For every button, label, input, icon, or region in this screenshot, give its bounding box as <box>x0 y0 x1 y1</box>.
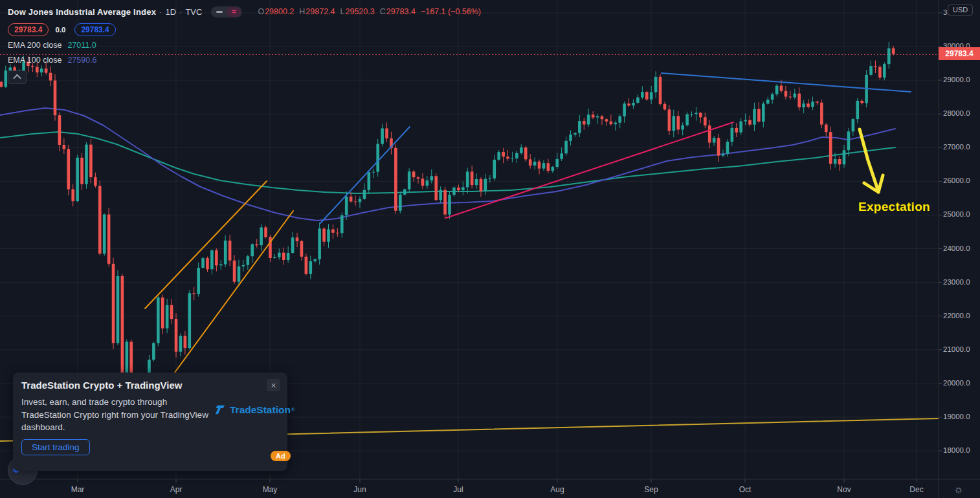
registered-mark: ® <box>291 407 295 412</box>
candle <box>345 197 348 215</box>
candle <box>748 120 752 125</box>
high-label: H <box>299 7 305 16</box>
legend-collapse-button[interactable] <box>8 70 27 84</box>
sell-price-badge[interactable]: 29783.4 <box>8 23 49 36</box>
candle <box>228 241 232 261</box>
candle <box>233 261 236 282</box>
price-axis-label[interactable]: 22000.0 <box>943 312 970 319</box>
close-icon[interactable]: × <box>267 379 280 391</box>
price-axis-label[interactable]: 28000.0 <box>943 109 970 117</box>
currency-unit-button[interactable]: USD <box>948 5 973 16</box>
price-axis-label[interactable]: 20000.0 <box>943 379 970 387</box>
candle <box>887 49 891 64</box>
legend-item-ema200[interactable]: EMA 200 close 27011.0 <box>8 38 481 52</box>
candle <box>359 199 362 202</box>
buy-price-badge[interactable]: 29783.4 <box>74 23 115 36</box>
last-price-label[interactable]: 29783.4 <box>939 47 980 60</box>
chevron-up-icon <box>13 74 21 83</box>
interval-label[interactable]: 1D <box>165 7 176 17</box>
time-axis-label[interactable]: Dec <box>909 485 923 494</box>
ema100-line[interactable] <box>0 108 895 221</box>
symbol-title[interactable]: Dow Jones Industrial Average Index <box>8 7 156 17</box>
orange-channel-lower[interactable] <box>173 211 293 375</box>
candle <box>376 144 379 171</box>
candle <box>282 253 285 260</box>
candle <box>457 188 460 190</box>
candle <box>551 167 554 171</box>
ad-popup-body: Invest, earn, and trade crypto through T… <box>21 396 216 434</box>
exchange-label[interactable]: TVC <box>185 7 202 17</box>
time-axis-label[interactable]: Jun <box>353 485 366 494</box>
candle <box>350 197 353 202</box>
candle <box>179 336 183 351</box>
candle <box>659 77 662 104</box>
candle <box>264 228 267 237</box>
expectation-arrow-head <box>878 175 883 192</box>
candle <box>708 125 711 143</box>
price-axis-label[interactable]: 29000.0 <box>943 76 970 83</box>
tradingview-chart-window: Dow Jones Industrial Average Index · 1D … <box>0 0 980 498</box>
ema200-line[interactable] <box>0 132 895 193</box>
blue-resistance-line[interactable] <box>662 73 911 92</box>
candle <box>596 116 599 118</box>
candle <box>726 142 729 154</box>
time-axis-label[interactable]: Nov <box>837 485 851 494</box>
candle <box>408 171 411 189</box>
candle <box>67 149 70 189</box>
candle <box>618 116 621 123</box>
price-axis-label[interactable]: 23000.0 <box>943 278 970 286</box>
time-axis-label[interactable]: Jul <box>453 485 463 494</box>
candle <box>471 171 474 185</box>
candle <box>278 253 281 257</box>
candle <box>533 162 537 166</box>
candle <box>587 114 590 124</box>
open-value: 29800.2 <box>265 7 294 16</box>
price-axis-label[interactable]: 25000.0 <box>943 210 970 218</box>
candle <box>192 293 195 294</box>
time-axis-label[interactable]: Oct <box>739 485 752 494</box>
theme-sun-icon[interactable]: ☼ <box>953 483 964 496</box>
candle <box>676 116 680 129</box>
candle <box>614 123 617 124</box>
candle <box>775 86 779 94</box>
candle <box>417 177 420 179</box>
time-axis-label[interactable]: May <box>263 485 278 494</box>
ad-badge[interactable]: Ad <box>271 451 291 461</box>
start-trading-button[interactable]: Start trading <box>21 439 90 455</box>
candle <box>497 152 500 160</box>
candle <box>583 121 586 124</box>
spread-value: 0.0 <box>55 26 65 34</box>
candle <box>71 189 74 202</box>
price-axis-label[interactable]: 18000.0 <box>943 446 970 454</box>
price-axis-label[interactable]: 19000.0 <box>943 413 970 420</box>
candle <box>820 103 823 125</box>
candle <box>161 298 164 329</box>
time-axis-label[interactable]: Mar <box>71 485 85 494</box>
candle <box>555 159 559 167</box>
candle <box>511 158 514 159</box>
time-axis-label[interactable]: Aug <box>550 485 564 494</box>
price-axis-label[interactable]: 26000.0 <box>943 177 970 184</box>
candle <box>238 266 241 282</box>
legend-item-ema100[interactable]: EMA 100 close 27590.6 <box>8 53 481 67</box>
candle <box>394 148 397 211</box>
candle <box>309 261 312 274</box>
candle <box>650 92 653 100</box>
candle <box>215 250 218 265</box>
candle <box>489 179 492 179</box>
candle <box>641 92 644 97</box>
expectation-annotation[interactable]: Expectation <box>858 200 930 214</box>
price-axis-label[interactable]: 21000.0 <box>943 345 970 353</box>
time-axis-label[interactable]: Apr <box>170 485 183 494</box>
candle <box>484 179 487 191</box>
candle <box>462 187 465 190</box>
time-axis-label[interactable]: Sep <box>644 485 658 494</box>
candle <box>762 103 765 122</box>
candle <box>112 264 115 343</box>
price-axis-label[interactable]: 24000.0 <box>943 244 970 252</box>
expectation-arrow-shaft[interactable] <box>860 129 878 189</box>
chart-status-toggle[interactable]: ≈ <box>211 6 242 17</box>
orange-channel-upper[interactable] <box>145 181 267 309</box>
price-axis-label[interactable]: 27000.0 <box>943 143 970 151</box>
open-label: O <box>258 7 264 16</box>
